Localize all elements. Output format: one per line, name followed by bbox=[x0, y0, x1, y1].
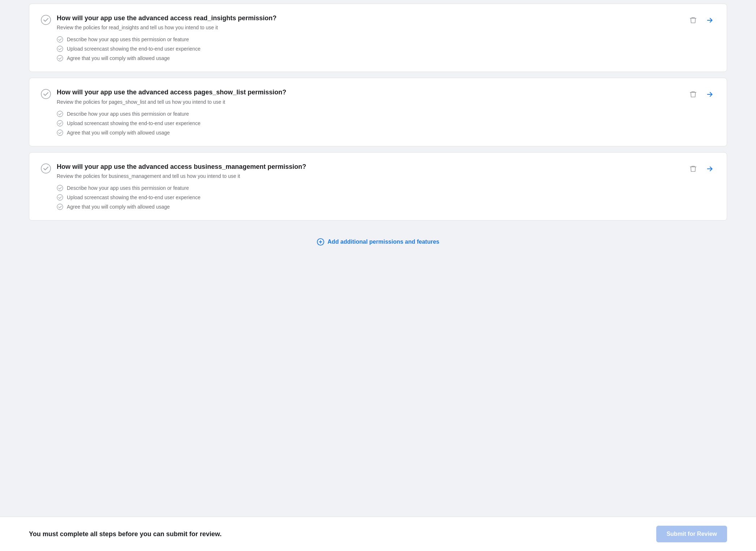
submit-for-review-button[interactable]: Submit for Review bbox=[656, 526, 727, 542]
svg-point-8 bbox=[57, 130, 63, 136]
card-actions-business_management bbox=[688, 163, 715, 174]
navigate-button-business_management[interactable] bbox=[704, 163, 715, 174]
checklist-item-text: Describe how your app uses this permissi… bbox=[67, 111, 189, 117]
checklist-item: Agree that you will comply with allowed … bbox=[57, 204, 682, 210]
check-complete-icon-pages_show_list bbox=[41, 89, 51, 99]
svg-point-3 bbox=[57, 55, 63, 61]
checklist-item-text: Upload screencast showing the end-to-end… bbox=[67, 195, 201, 200]
checklist-check-icon bbox=[57, 185, 63, 191]
svg-point-6 bbox=[57, 111, 63, 117]
card-content-pages_show_list: How will your app use the advanced acces… bbox=[57, 88, 682, 136]
checklist-item-text: Describe how your app uses this permissi… bbox=[67, 37, 189, 42]
checklist-check-icon bbox=[57, 129, 63, 136]
card-subtitle-read_insights: Review the policies for read_insights an… bbox=[57, 25, 682, 30]
checklist-item-text: Upload screencast showing the end-to-end… bbox=[67, 46, 201, 52]
card-subtitle-business_management: Review the policies for business_managem… bbox=[57, 173, 682, 179]
delete-button-read_insights[interactable] bbox=[688, 15, 699, 26]
main-content: How will your app use the advanced acces… bbox=[0, 0, 756, 517]
check-complete-icon-read_insights bbox=[41, 15, 51, 25]
svg-point-7 bbox=[57, 120, 63, 126]
card-content-read_insights: How will your app use the advanced acces… bbox=[57, 14, 682, 61]
checklist-item: Upload screencast showing the end-to-end… bbox=[57, 194, 682, 201]
checklist-check-icon bbox=[57, 204, 63, 210]
checklist-item: Upload screencast showing the end-to-end… bbox=[57, 120, 682, 127]
card-content-business_management: How will your app use the advanced acces… bbox=[57, 163, 682, 210]
checklist-check-icon bbox=[57, 194, 63, 201]
svg-point-5 bbox=[41, 89, 51, 99]
footer-bar: You must complete all steps before you c… bbox=[0, 517, 756, 551]
checklist-item-text: Agree that you will comply with allowed … bbox=[67, 204, 170, 210]
permission-card-read_insights: How will your app use the advanced acces… bbox=[29, 4, 727, 72]
card-subtitle-pages_show_list: Review the policies for pages_show_list … bbox=[57, 99, 682, 105]
permission-card-business_management: How will your app use the advanced acces… bbox=[29, 152, 727, 221]
checklist-check-icon bbox=[57, 46, 63, 52]
card-title-read_insights: How will your app use the advanced acces… bbox=[57, 14, 682, 22]
permissions-list: How will your app use the advanced acces… bbox=[29, 4, 727, 221]
delete-button-pages_show_list[interactable] bbox=[688, 89, 699, 100]
navigate-button-pages_show_list[interactable] bbox=[704, 89, 715, 100]
svg-point-1 bbox=[57, 37, 63, 42]
checklist-check-icon bbox=[57, 36, 63, 43]
card-actions-read_insights bbox=[688, 15, 715, 26]
checklist-item-text: Agree that you will comply with allowed … bbox=[67, 55, 170, 61]
plus-circle-icon bbox=[317, 238, 325, 246]
card-actions-pages_show_list bbox=[688, 89, 715, 100]
checklist-item: Agree that you will comply with allowed … bbox=[57, 129, 682, 136]
checklist-read_insights: Describe how your app uses this permissi… bbox=[57, 36, 682, 61]
add-permissions-section: Add additional permissions and features bbox=[29, 226, 727, 257]
checklist-check-icon bbox=[57, 55, 63, 61]
checklist-check-icon bbox=[57, 120, 63, 127]
svg-point-0 bbox=[41, 15, 51, 25]
svg-point-10 bbox=[41, 164, 51, 173]
delete-button-business_management[interactable] bbox=[688, 163, 699, 174]
footer-message: You must complete all steps before you c… bbox=[29, 530, 222, 538]
checklist-item-text: Describe how your app uses this permissi… bbox=[67, 185, 189, 191]
card-title-business_management: How will your app use the advanced acces… bbox=[57, 163, 682, 171]
add-permissions-button[interactable]: Add additional permissions and features bbox=[317, 238, 439, 246]
permission-card-pages_show_list: How will your app use the advanced acces… bbox=[29, 78, 727, 146]
card-title-pages_show_list: How will your app use the advanced acces… bbox=[57, 88, 682, 97]
checklist-item-text: Agree that you will comply with allowed … bbox=[67, 130, 170, 136]
checklist-pages_show_list: Describe how your app uses this permissi… bbox=[57, 111, 682, 136]
check-complete-icon-business_management bbox=[41, 163, 51, 174]
checklist-item: Describe how your app uses this permissi… bbox=[57, 111, 682, 117]
checklist-item: Agree that you will comply with allowed … bbox=[57, 55, 682, 61]
checklist-item: Describe how your app uses this permissi… bbox=[57, 36, 682, 43]
svg-point-12 bbox=[57, 195, 63, 200]
checklist-business_management: Describe how your app uses this permissi… bbox=[57, 185, 682, 210]
svg-point-2 bbox=[57, 46, 63, 52]
svg-point-13 bbox=[57, 204, 63, 210]
checklist-item: Describe how your app uses this permissi… bbox=[57, 185, 682, 191]
add-permissions-label: Add additional permissions and features bbox=[327, 239, 439, 245]
checklist-item-text: Upload screencast showing the end-to-end… bbox=[67, 120, 201, 126]
svg-point-11 bbox=[57, 185, 63, 191]
checklist-check-icon bbox=[57, 111, 63, 117]
navigate-button-read_insights[interactable] bbox=[704, 15, 715, 26]
checklist-item: Upload screencast showing the end-to-end… bbox=[57, 46, 682, 52]
